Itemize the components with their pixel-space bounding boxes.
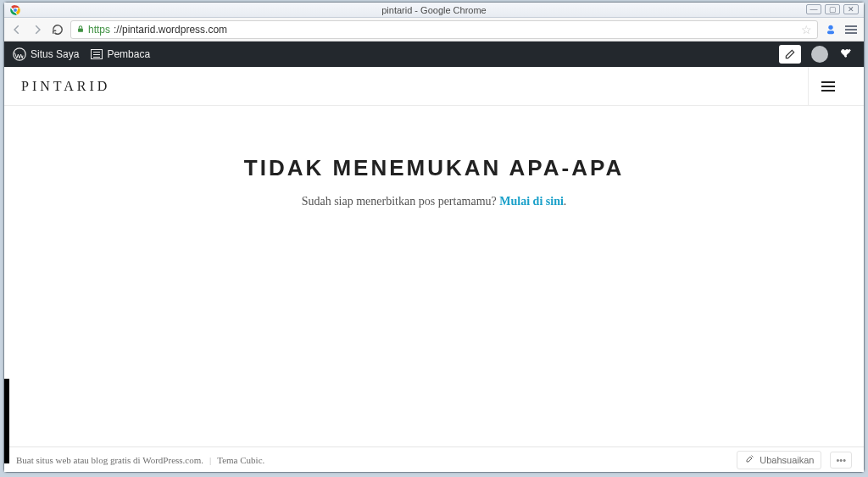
customize-label: Ubahsuaikan <box>760 455 814 465</box>
write-post-button[interactable] <box>779 45 801 64</box>
url-protocol: https <box>88 24 110 36</box>
svg-rect-3 <box>78 28 83 31</box>
footer-separator: | <box>209 455 211 465</box>
subtext-prefix: Sudah siap menerbitkan pos pertamamu? <box>302 195 500 208</box>
site-footer: Buat situs web atau blog gratis di WordP… <box>4 446 864 472</box>
extension-icon[interactable] <box>823 22 838 37</box>
reader-link[interactable]: Pembaca <box>91 48 150 60</box>
site-header: PINTARID <box>4 67 864 106</box>
address-bar[interactable]: https://pintarid.wordpress.com ☆ <box>70 20 818 39</box>
customize-button[interactable]: Ubahsuaikan <box>737 451 821 469</box>
main-content: TIDAK MENEMUKAN APA-APA Sudah siap mener… <box>4 106 864 446</box>
window-minimize-button[interactable]: — <box>806 4 821 14</box>
window-close-button[interactable]: ✕ <box>843 4 859 14</box>
start-here-link[interactable]: Mulai di sini <box>499 195 563 208</box>
lock-icon <box>76 24 85 36</box>
wp-admin-bar: Situs Saya Pembaca <box>4 42 864 67</box>
window-maximize-button[interactable]: ▢ <box>825 4 840 14</box>
window-titlebar: pintarid - Google Chrome — ▢ ✕ <box>4 3 864 18</box>
site-content-frame: PINTARID TIDAK MENEMUKAN APA-APA Sudah s… <box>4 67 864 472</box>
reader-label: Pembaca <box>107 48 150 60</box>
footer-more-button[interactable]: ••• <box>830 452 852 469</box>
subtext-suffix: . <box>564 195 567 208</box>
user-avatar[interactable] <box>811 46 828 63</box>
page-subtext: Sudah siap menerbitkan pos pertamamu? Mu… <box>302 195 567 208</box>
svg-rect-5 <box>827 31 834 34</box>
svg-point-7 <box>844 55 847 58</box>
hamburger-icon <box>821 86 835 87</box>
window-title: pintarid - Google Chrome <box>381 5 487 15</box>
reload-button[interactable] <box>50 22 65 37</box>
wrench-icon <box>744 454 754 466</box>
footer-theme[interactable]: Tema Cubic. <box>217 455 264 465</box>
site-menu-toggle[interactable] <box>808 67 847 106</box>
forward-button[interactable] <box>30 22 45 37</box>
page-headline: TIDAK MENEMUKAN APA-APA <box>244 155 624 181</box>
star-icon[interactable]: ☆ <box>801 23 812 36</box>
chrome-app-icon <box>9 4 21 16</box>
browser-toolbar: https://pintarid.wordpress.com ☆ <box>4 18 864 42</box>
chrome-menu-button[interactable] <box>843 22 859 37</box>
my-sites-label: Situs Saya <box>31 48 79 60</box>
reader-icon <box>91 49 103 59</box>
notifications-icon[interactable] <box>838 47 855 63</box>
footer-credit[interactable]: Buat situs web atau blog gratis di WordP… <box>16 455 203 465</box>
omnibox-right-icons: ☆ <box>801 23 812 36</box>
back-button[interactable] <box>9 22 25 37</box>
chrome-window: pintarid - Google Chrome — ▢ ✕ https://p… <box>3 2 865 473</box>
wp-logo[interactable]: Situs Saya <box>13 47 79 61</box>
window-controls: — ▢ ✕ <box>806 4 859 14</box>
svg-point-4 <box>828 25 832 29</box>
left-shadow-decoration <box>4 379 9 463</box>
url-rest: ://pintarid.wordpress.com <box>114 24 227 36</box>
site-title[interactable]: PINTARID <box>21 79 110 94</box>
